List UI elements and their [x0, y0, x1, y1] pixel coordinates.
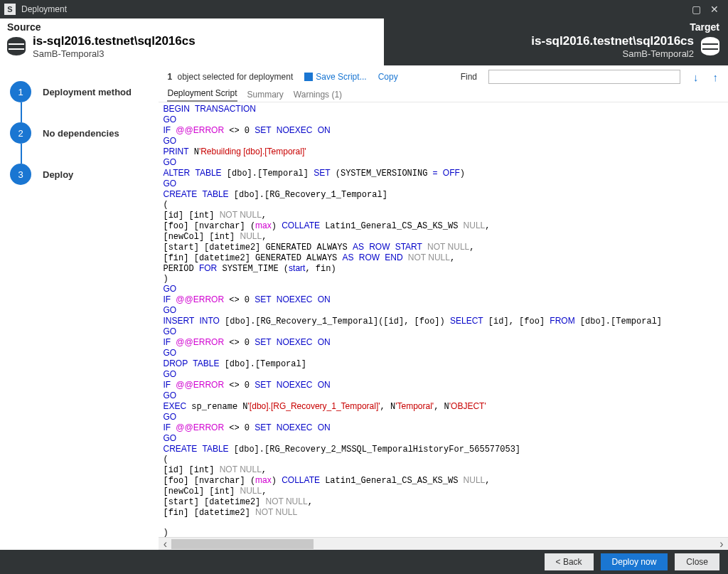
- step-deploy[interactable]: 3 Deploy: [10, 164, 149, 185]
- tab-summary[interactable]: Summary: [247, 90, 284, 102]
- script-tabs: Deployment Script Summary Warnings (1): [159, 88, 728, 102]
- close-button[interactable]: Close: [675, 553, 719, 570]
- database-icon: [701, 37, 719, 58]
- scroll-left-icon[interactable]: ‹: [159, 538, 171, 551]
- step-label: Deployment method: [43, 87, 132, 97]
- target-server: is-sql2016.testnet\sql2016cs: [531, 34, 694, 48]
- target-panel: Target is-sql2016.testnet\sql2016cs SamB…: [384, 18, 728, 65]
- tab-deployment-script[interactable]: Deployment Script: [167, 88, 237, 102]
- selected-count: 1: [167, 72, 172, 82]
- step-label: No dependencies: [43, 128, 119, 139]
- maximize-icon[interactable]: ▢: [687, 4, 705, 15]
- target-label: Target: [384, 21, 719, 33]
- deploy-now-button[interactable]: Deploy now: [601, 553, 668, 570]
- header: Source is-sql2016.testnet\sql2016cs SamB…: [0, 18, 728, 65]
- source-database: SamB-Temporal3: [33, 48, 196, 59]
- toolbar: 1 object selected for deployment Save Sc…: [159, 65, 728, 88]
- save-icon: [304, 73, 313, 81]
- step-number-icon: 1: [10, 81, 31, 102]
- target-database: SamB-Temporal2: [531, 48, 694, 59]
- step-number-icon: 2: [10, 122, 31, 144]
- titlebar: S Deployment ▢ ✕: [0, 0, 728, 18]
- step-number-icon: 3: [10, 164, 31, 185]
- arrow-divider-icon: [358, 18, 384, 65]
- save-script-label: Save Script...: [316, 72, 366, 82]
- selected-count-label: object selected for deployment: [178, 72, 294, 82]
- footer: < Back Deploy now Close: [0, 550, 728, 574]
- find-next-down-icon[interactable]: ↓: [692, 71, 700, 83]
- deployment-script-view[interactable]: BEGIN TRANSACTION GO IF @@ERROR <> 0 SET…: [159, 102, 728, 537]
- copy-button[interactable]: Copy: [378, 72, 398, 82]
- source-panel: Source is-sql2016.testnet\sql2016cs SamB…: [0, 18, 384, 65]
- close-icon[interactable]: ✕: [705, 4, 724, 15]
- wizard-steps: 1 Deployment method 2 No dependencies 3 …: [0, 65, 159, 550]
- save-script-button[interactable]: Save Script...: [304, 72, 366, 82]
- database-icon: [7, 37, 26, 58]
- step-connector: [21, 102, 22, 122]
- back-button[interactable]: < Back: [545, 553, 594, 570]
- step-label: Deploy: [43, 169, 73, 180]
- scroll-thumb[interactable]: [171, 539, 314, 549]
- scroll-right-icon[interactable]: ›: [715, 538, 728, 551]
- window-title: Deployment: [21, 4, 687, 14]
- tab-warnings[interactable]: Warnings (1): [294, 90, 342, 102]
- step-deployment-method[interactable]: 1 Deployment method: [10, 81, 149, 102]
- find-input[interactable]: [488, 70, 680, 84]
- app-logo-icon: S: [4, 4, 16, 15]
- step-no-dependencies[interactable]: 2 No dependencies: [10, 122, 149, 144]
- horizontal-scrollbar[interactable]: ‹ ›: [159, 537, 728, 550]
- find-label: Find: [461, 72, 477, 82]
- find-prev-up-icon[interactable]: ↑: [712, 71, 720, 83]
- source-label: Source: [7, 21, 377, 33]
- source-server: is-sql2016.testnet\sql2016cs: [33, 34, 196, 48]
- step-connector: [21, 144, 22, 164]
